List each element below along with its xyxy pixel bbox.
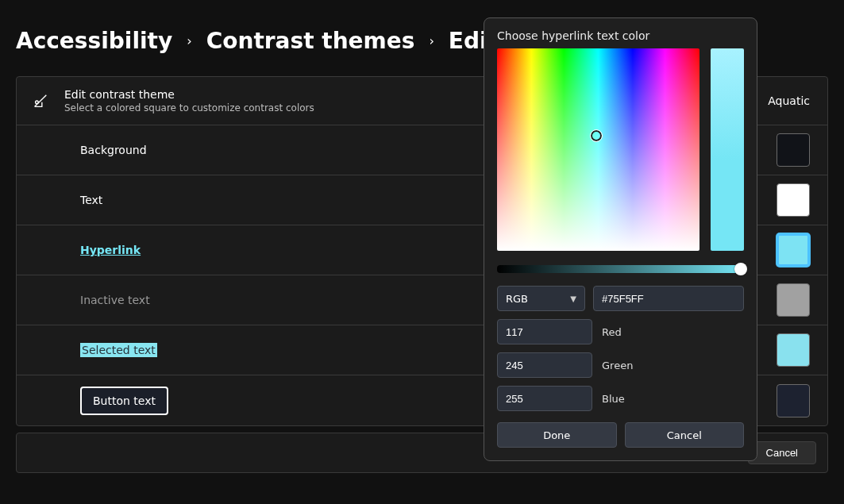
row-label-button: Button text [80,387,168,415]
row-label: Text [80,194,102,206]
row-label: Background [80,144,147,156]
red-label: Red [602,326,622,338]
row-label-hyperlink: Hyperlink [80,244,141,256]
green-label: Green [602,360,633,371]
color-picker: Choose hyperlink text color RGB ▼ Red Gr… [484,17,757,461]
lightness-slider[interactable] [497,265,744,273]
chevron-right-icon: › [429,33,434,48]
swatch-button[interactable] [777,384,810,417]
green-input[interactable] [497,352,592,378]
swatch-hyperlink[interactable] [777,233,810,267]
panel-title: Edit contrast theme [64,88,314,101]
theme-name: Aquatic [768,94,810,107]
breadcrumb-contrast-themes[interactable]: Contrast themes [206,28,415,54]
color-mode-value: RGB [506,293,528,305]
blue-input[interactable] [497,386,592,411]
swatch-selected[interactable] [777,333,810,367]
hex-input[interactable] [593,286,744,311]
done-button[interactable]: Done [497,422,617,448]
row-label-inactive: Inactive text [80,294,150,306]
swatch-inactive[interactable] [777,283,810,317]
spectrum-canvas[interactable] [497,48,699,251]
red-input[interactable] [497,319,592,344]
panel-subtitle: Select a colored square to customize con… [64,102,314,113]
picker-cancel-button[interactable]: Cancel [625,422,745,448]
color-picker-title: Choose hyperlink text color [497,29,744,42]
cancel-button[interactable]: Cancel [748,441,816,464]
color-mode-select[interactable]: RGB ▼ [497,286,585,311]
row-label-selected: Selected text [80,343,157,357]
chevron-right-icon: › [187,33,191,48]
svg-point-0 [36,101,39,104]
value-strip[interactable] [711,48,744,251]
chevron-down-icon: ▼ [570,294,576,303]
blue-label: Blue [602,393,625,405]
breadcrumb-accessibility[interactable]: Accessibility [16,28,172,54]
swatch-text[interactable] [777,183,810,217]
swatch-background[interactable] [777,133,810,167]
spectrum-cursor[interactable] [591,130,602,141]
palette-icon [31,91,50,110]
slider-thumb[interactable] [734,263,747,275]
